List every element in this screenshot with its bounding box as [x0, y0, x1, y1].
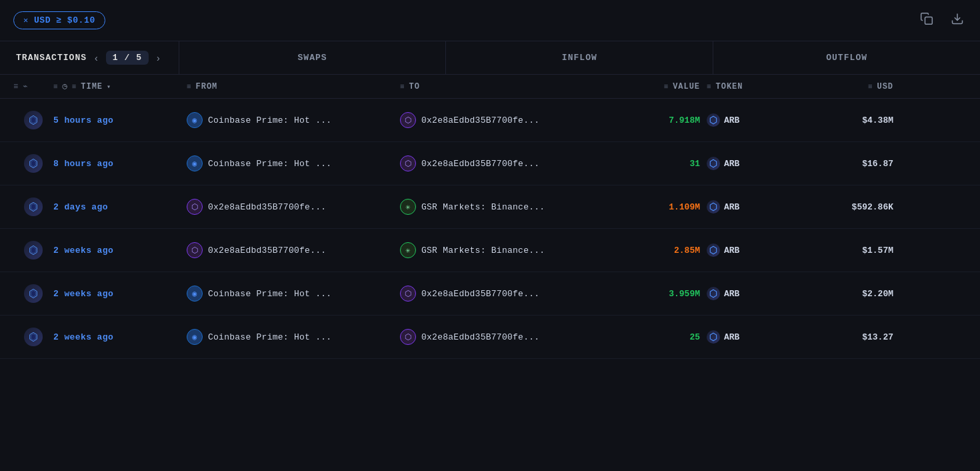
value-cell: 31	[613, 159, 707, 169]
token-label: ARB	[724, 202, 739, 212]
to-label: 0x2e8aEdbd35B7700fe...	[421, 332, 539, 342]
to-icon: ⬡	[400, 286, 416, 302]
from-icon: ◉	[187, 329, 203, 345]
time-cell: 2 weeks ago	[53, 289, 187, 299]
tab-swaps[interactable]: SWAPS	[179, 41, 447, 74]
from-label: Coinbase Prime: Hot ...	[208, 332, 331, 342]
table-row[interactable]: 5 hours ago ◉ Coinbase Prime: Hot ... ⬡ …	[0, 99, 980, 142]
svg-marker-15	[31, 290, 36, 296]
token-cell: ARB	[707, 157, 813, 170]
token-cell: ARB	[707, 244, 813, 257]
usd-cell: $4.38M	[813, 115, 893, 125]
filter-value: $0.10	[67, 15, 95, 25]
token-cell: ARB	[707, 200, 813, 213]
token-icon	[707, 287, 720, 300]
from-cell: ◉ Coinbase Prime: Hot ...	[187, 286, 400, 302]
from-icon: ◉	[187, 155, 203, 171]
value-filter-icon: ≡	[664, 83, 669, 91]
arbitrum-icon	[28, 201, 39, 212]
time-cell: 2 days ago	[53, 202, 187, 212]
time-cell: 5 hours ago	[53, 115, 187, 125]
from-icon: ⬡	[187, 242, 203, 258]
token-label: ARB	[724, 289, 739, 299]
from-icon: ◉	[187, 286, 203, 302]
table-row[interactable]: 2 weeks ago ⬡ 0x2e8aEdbd35B7700fe... ✳ G…	[0, 229, 980, 272]
download-button[interactable]	[948, 9, 967, 31]
from-cell: ◉ Coinbase Prime: Hot ...	[187, 112, 400, 128]
time-filter-icon: ≡	[53, 83, 59, 91]
svg-marker-12	[31, 247, 36, 253]
filter-badge[interactable]: ✕ USD ≥ $0.10	[13, 11, 105, 29]
from-label: 0x2e8aEdbd35B7700fe...	[208, 202, 326, 212]
token-icon	[707, 200, 720, 213]
arb-chain-badge	[24, 197, 43, 216]
col-header-time[interactable]: ≡ ◷ ≡ TIME ▾	[53, 81, 187, 91]
tabs-row: TRANSACTIONS ‹ 1 / 5 › SWAPS INFLOW OUTF…	[0, 41, 980, 75]
arbitrum-icon	[28, 288, 39, 299]
row-chain-icon	[13, 197, 53, 216]
col-header-usd[interactable]: ≡ USD	[813, 82, 893, 91]
to-label: 0x2e8aEdbd35B7700fe...	[421, 289, 539, 299]
from-label: Coinbase Prime: Hot ...	[208, 115, 331, 125]
usd-cell: $2.20M	[813, 289, 893, 299]
col-header-to[interactable]: ≡ TO	[400, 82, 613, 91]
row-chain-icon	[13, 241, 53, 260]
svg-marker-13	[710, 246, 716, 254]
to-icon: ✳	[400, 199, 416, 215]
tab-transactions[interactable]: TRANSACTIONS ‹ 1 / 5 ›	[0, 41, 179, 74]
from-cell: ◉ Coinbase Prime: Hot ...	[187, 329, 400, 345]
value-cell: 7.918M	[613, 115, 707, 125]
token-icon	[707, 330, 720, 344]
svg-rect-0	[925, 17, 933, 25]
table-row[interactable]: 8 hours ago ◉ Coinbase Prime: Hot ... ⬡ …	[0, 142, 980, 185]
usd-cell: $16.87	[813, 159, 893, 169]
svg-marker-10	[710, 203, 716, 211]
next-page-button[interactable]: ›	[154, 53, 163, 63]
usd-cell: $1.57M	[813, 246, 893, 256]
col-header-value[interactable]: ≡ VALUE	[613, 82, 707, 91]
token-icon	[707, 244, 720, 257]
time-cell: 2 weeks ago	[53, 332, 187, 342]
from-icon: ⬡	[187, 199, 203, 215]
time-cell: 2 weeks ago	[53, 246, 187, 256]
svg-marker-18	[31, 334, 36, 340]
to-icon: ⬡	[400, 155, 416, 171]
usd-cell: $13.27	[813, 332, 893, 342]
token-label: ARB	[724, 332, 739, 342]
token-label: ARB	[724, 159, 739, 169]
col-header-from[interactable]: ≡ FROM	[187, 82, 400, 91]
to-cell: ⬡ 0x2e8aEdbd35B7700fe...	[400, 329, 613, 345]
arbitrum-icon	[28, 115, 39, 125]
table-row[interactable]: 2 weeks ago ◉ Coinbase Prime: Hot ... ⬡ …	[0, 316, 980, 359]
row-chain-icon	[13, 328, 53, 346]
col-header-token[interactable]: ≡ TOKEN	[707, 82, 813, 91]
value-cell: 2.85M	[613, 246, 707, 256]
svg-marker-3	[31, 117, 36, 123]
table-row[interactable]: 2 weeks ago ◉ Coinbase Prime: Hot ... ⬡ …	[0, 272, 980, 316]
close-icon: ✕	[23, 15, 29, 25]
svg-marker-16	[710, 290, 716, 298]
prev-page-button[interactable]: ‹	[92, 53, 101, 63]
to-icon: ✳	[400, 242, 416, 258]
filter-operator: ≥	[56, 15, 61, 25]
row-chain-icon	[13, 284, 53, 303]
tab-outflow[interactable]: OUTFLOW	[713, 41, 980, 74]
time-sort-icon: ≡	[72, 83, 77, 91]
to-cell: ⬡ 0x2e8aEdbd35B7700fe...	[400, 155, 613, 171]
clock-icon: ◷	[63, 81, 68, 91]
to-icon: ⬡	[400, 329, 416, 345]
from-filter-icon: ≡	[187, 83, 192, 91]
transactions-label: TRANSACTIONS	[16, 53, 87, 63]
copy-button[interactable]	[917, 9, 936, 31]
row-chain-icon	[13, 111, 53, 129]
arb-chain-badge	[24, 328, 43, 346]
row-chain-icon	[13, 154, 53, 173]
arb-chain-badge	[24, 241, 43, 260]
arbitrum-icon	[28, 332, 39, 342]
tab-inflow[interactable]: INFLOW	[446, 41, 713, 74]
token-icon	[707, 113, 720, 127]
table-row[interactable]: 2 days ago ⬡ 0x2e8aEdbd35B7700fe... ✳ GS…	[0, 185, 980, 229]
token-label: ARB	[724, 246, 739, 256]
to-label: GSR Markets: Binance...	[421, 202, 545, 212]
column-headers: ≡ ⌁ ≡ ◷ ≡ TIME ▾ ≡ FROM ≡ TO ≡ VALUE ≡ T…	[0, 75, 980, 99]
